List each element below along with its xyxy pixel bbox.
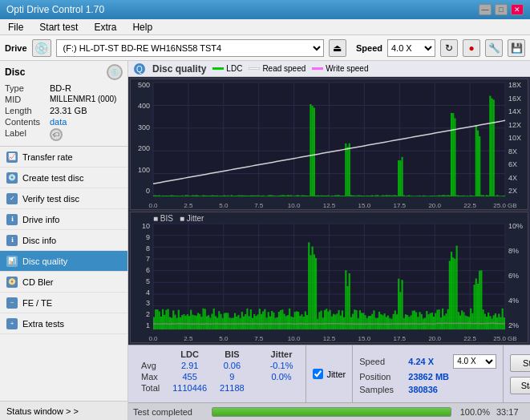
svg-rect-34	[159, 195, 160, 196]
svg-rect-458	[495, 313, 496, 329]
svg-rect-273	[169, 317, 171, 329]
disc-mid-row: MID MILLENMR1 (000)	[5, 95, 123, 104]
svg-rect-221	[488, 196, 489, 196]
svg-rect-116	[303, 196, 305, 196]
stats-avg-row: Avg 2.91 0.06 -0.1%	[135, 360, 299, 371]
svg-rect-137	[340, 196, 342, 196]
nav-drive-info[interactable]: ℹ Drive info	[0, 209, 127, 230]
svg-rect-265	[155, 309, 156, 329]
nav-cd-bler[interactable]: 📀 CD Bler	[0, 272, 127, 293]
nav-disc-info[interactable]: ℹ Disc info	[0, 230, 127, 251]
svg-rect-411	[412, 311, 414, 329]
svg-text:20.0: 20.0	[428, 335, 441, 342]
stats-table: LDC BIS Jitter Avg 2.91 0.06 -0.1%	[135, 349, 299, 394]
tools-button[interactable]: 🔧	[485, 39, 503, 57]
disc-contents-key: Contents	[5, 117, 50, 127]
svg-rect-338	[283, 314, 285, 329]
menu-start-test[interactable]: Start test	[34, 21, 83, 34]
drive-selector[interactable]: (F:) HL-DT-ST BD-RE WH16NS58 TST4	[56, 39, 324, 57]
svg-rect-75	[231, 195, 233, 196]
svg-rect-58	[200, 196, 202, 196]
nav-disc-quality[interactable]: 📊 Disc quality	[0, 251, 127, 272]
speed-selector[interactable]: 4.0 X	[387, 39, 435, 57]
nav-disc-info-label: Disc info	[22, 236, 56, 245]
svg-rect-425	[436, 309, 438, 329]
nav-create-test-disc-label: Create test disc	[22, 173, 83, 183]
toolbar: Drive 💿 (F:) HL-DT-ST BD-RE WH16NS58 TST…	[0, 35, 530, 61]
record-button[interactable]: ●	[463, 39, 480, 57]
svg-rect-446	[473, 285, 475, 329]
start-full-button[interactable]: Start full	[510, 354, 530, 372]
svg-rect-203	[456, 196, 458, 196]
jitter-header: ■ Jitter	[180, 214, 204, 223]
content-area: Q Disc quality LDC Read speed Write spee…	[128, 61, 530, 420]
maximize-button[interactable]: □	[495, 4, 508, 15]
svg-rect-198	[447, 195, 449, 196]
max-bis: 9	[213, 371, 251, 382]
window-controls: — □ ✕	[479, 4, 524, 15]
svg-rect-347	[299, 316, 301, 329]
svg-rect-354	[312, 247, 314, 329]
svg-rect-351	[306, 315, 308, 329]
nav-extra-tests[interactable]: + Extra tests	[0, 313, 127, 334]
svg-rect-462	[502, 309, 504, 329]
svg-rect-145	[354, 196, 355, 196]
minimize-button[interactable]: —	[479, 4, 492, 15]
start-part-button[interactable]: Start part	[510, 377, 530, 394]
menu-extra[interactable]: Extra	[89, 21, 121, 34]
chart1-y-left: 500 400 300 200 100 0	[131, 79, 152, 196]
disc-label-key: Label	[5, 128, 50, 141]
svg-rect-224	[493, 99, 495, 196]
legend-write-speed: Write speed	[312, 64, 368, 73]
max-jitter: 0.0%	[264, 371, 300, 382]
svg-rect-271	[165, 310, 167, 329]
svg-rect-88	[253, 196, 255, 196]
position-row: Position 23862 MB	[359, 372, 496, 382]
eject-button[interactable]: ⏏	[329, 39, 346, 57]
svg-rect-451	[482, 309, 483, 329]
svg-rect-48	[183, 196, 184, 196]
svg-rect-158	[377, 195, 378, 196]
close-button[interactable]: ✕	[511, 4, 524, 15]
svg-text:2.5: 2.5	[184, 202, 193, 209]
svg-rect-393	[380, 314, 382, 329]
svg-rect-77	[234, 196, 236, 196]
svg-rect-432	[449, 260, 451, 329]
svg-rect-382	[361, 313, 362, 329]
chart2-y-right: 10% 8% 6% 4% 2%	[507, 222, 528, 329]
svg-rect-368	[336, 313, 338, 329]
main-area: Disc 💿 Type BD-R MID MILLENMR1 (000) Len…	[0, 61, 530, 420]
nav-create-test-disc[interactable]: 💿 Create test disc	[0, 168, 127, 188]
nav-fe-te[interactable]: ~ FE / TE	[0, 293, 127, 313]
nav-verify-test-disc[interactable]: ✓ Verify test disc	[0, 188, 127, 209]
svg-rect-192	[436, 196, 438, 196]
svg-rect-106	[285, 196, 287, 196]
total-label: Total	[135, 382, 166, 394]
total-ldc: 1110446	[166, 382, 213, 394]
svg-rect-350	[305, 311, 306, 329]
svg-rect-153	[368, 196, 370, 196]
svg-text:22.5: 22.5	[463, 202, 476, 209]
svg-rect-329	[268, 312, 269, 329]
svg-rect-438	[459, 315, 461, 329]
svg-rect-355	[314, 255, 315, 329]
svg-rect-41	[171, 196, 172, 196]
svg-rect-339	[285, 316, 287, 329]
svg-text:10.0: 10.0	[288, 202, 301, 209]
svg-rect-103	[280, 196, 281, 196]
svg-rect-337	[281, 309, 283, 329]
jitter-checkbox[interactable]	[313, 369, 323, 379]
svg-rect-170	[398, 160, 399, 196]
svg-rect-39	[168, 196, 169, 196]
svg-rect-416	[421, 314, 423, 329]
svg-rect-284	[188, 316, 190, 329]
save-button[interactable]: 💾	[508, 39, 525, 57]
svg-rect-187	[427, 196, 429, 196]
speed-select-stats[interactable]: 4.0 X	[453, 354, 496, 369]
refresh-button[interactable]: ↻	[440, 39, 458, 57]
nav-transfer-rate[interactable]: 📈 Transfer rate	[0, 147, 127, 168]
svg-rect-184	[423, 196, 424, 196]
menu-file[interactable]: File	[3, 21, 28, 34]
status-window-button[interactable]: Status window > >	[0, 401, 127, 420]
menu-help[interactable]: Help	[127, 21, 157, 34]
